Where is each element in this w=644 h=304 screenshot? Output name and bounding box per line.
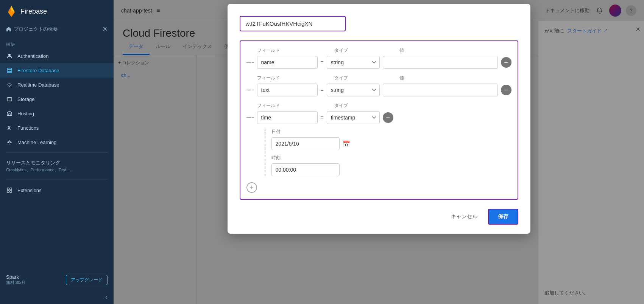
sidebar-item-label: Storage <box>17 96 35 102</box>
spark-label: Spark <box>6 274 25 280</box>
sidebar-divider <box>6 152 108 153</box>
sidebar-item-label: Machine Learning <box>17 140 56 145</box>
sidebar-item-label: Firestore Database <box>17 68 59 73</box>
field-name-input-2[interactable] <box>257 84 318 96</box>
field-row-name: フィールド タイプ 値 = string number boolean <box>246 47 511 69</box>
field-inputs-row1: = string number boolean map array null t… <box>246 56 511 69</box>
wifi-icon <box>6 81 13 88</box>
svg-rect-11 <box>7 188 9 190</box>
field-header-value2: 値 <box>399 75 404 81</box>
document-id[interactable]: wJ2TFuKOusIHKVHcigXN <box>240 16 346 31</box>
storage-icon <box>6 96 13 102</box>
database-icon <box>6 67 13 74</box>
field-row-text: フィールド タイプ 値 = string number boolean <box>246 75 511 96</box>
home-icon <box>6 26 11 32</box>
sidebar-item-label: Extensions <box>17 188 42 193</box>
field-type-select-2[interactable]: string number boolean map array null tim… <box>327 84 380 96</box>
functions-icon <box>6 124 13 131</box>
sidebar-bottom: Spark 無料 $0/月 アップグレード <box>0 270 114 290</box>
svg-rect-7 <box>7 71 12 73</box>
remove-field-button-1[interactable]: − <box>501 57 511 68</box>
eq-sign-1: = <box>321 59 324 65</box>
field-name-input-1[interactable] <box>257 56 318 69</box>
calendar-icon[interactable]: 📅 <box>343 140 350 147</box>
field-dashes-3 <box>246 117 254 118</box>
svg-rect-13 <box>7 191 9 192</box>
field-header-type1: タイプ <box>334 47 387 54</box>
eq-sign-3: = <box>321 115 324 121</box>
sidebar-item-extensions[interactable]: Extensions <box>0 183 114 197</box>
sidebar-item-realtime[interactable]: Realtime Database <box>0 78 114 92</box>
timestamp-fields: 日付 📅 時刻 <box>265 129 511 176</box>
field-labels-row3: フィールド タイプ <box>246 102 511 109</box>
sidebar-releases[interactable]: リリースとモニタリング Crashlytics、Performance、Test… <box>0 156 114 177</box>
modal-overlay[interactable]: wJ2TFuKOusIHKVHcigXN フィールド タイプ 値 <box>114 0 644 304</box>
time-label: 時刻 <box>271 155 511 161</box>
date-input[interactable] <box>271 137 340 150</box>
sidebar-item-storage[interactable]: Storage <box>0 92 114 106</box>
field-header-field2: フィールド <box>257 75 318 81</box>
sidebar-item-label: Functions <box>17 125 39 131</box>
svg-rect-5 <box>7 68 12 70</box>
svg-rect-12 <box>10 188 12 190</box>
upgrade-button[interactable]: アップグレード <box>66 275 108 285</box>
remove-field-button-3[interactable]: − <box>383 112 393 123</box>
extensions-icon <box>6 187 13 194</box>
sidebar-item-hosting[interactable]: Hosting <box>0 106 114 121</box>
svg-rect-14 <box>10 191 12 192</box>
time-group: 時刻 <box>271 155 511 176</box>
save-button[interactable]: 保存 <box>488 209 518 225</box>
ml-icon <box>6 139 13 146</box>
sidebar-item-label: Hosting <box>17 111 34 116</box>
sidebar-collapse[interactable]: ‹ <box>0 290 114 304</box>
sidebar-divider2 <box>6 180 108 180</box>
field-header-type3: タイプ <box>334 102 387 109</box>
spark-section: Spark 無料 $0/月 アップグレード <box>6 274 108 285</box>
settings-icon[interactable] <box>102 26 108 32</box>
date-label: 日付 <box>271 129 511 135</box>
svg-point-10 <box>9 141 11 143</box>
field-value-input-2[interactable] <box>383 84 498 96</box>
firebase-logo-icon <box>6 5 17 17</box>
spark-sub: 無料 $0/月 <box>6 280 25 285</box>
field-row-time: フィールド タイプ = string number boolean map <box>246 102 511 176</box>
field-dashes-1 <box>246 62 254 63</box>
svg-point-4 <box>8 54 11 56</box>
sidebar-app-name: Firebase <box>20 8 47 16</box>
project-name: プロジェクトの概要 <box>14 26 58 33</box>
spark-info: Spark 無料 $0/月 <box>6 274 25 285</box>
sidebar-project[interactable]: プロジェクトの概要 <box>0 23 114 37</box>
field-dashes-2 <box>246 90 254 90</box>
collapse-button[interactable]: ‹ <box>105 293 108 301</box>
date-group: 日付 📅 <box>271 129 511 150</box>
sidebar-item-label: Authentication <box>17 53 48 59</box>
sidebar-item-functions[interactable]: Functions <box>0 121 114 135</box>
remove-field-button-2[interactable]: − <box>501 85 511 95</box>
releases-sub: Crashlytics、Performance、Test ... <box>6 167 108 173</box>
field-header-type2: タイプ <box>334 75 387 81</box>
add-field-button[interactable]: + <box>246 182 257 193</box>
field-type-select-3[interactable]: string number boolean map array null tim… <box>327 111 380 124</box>
sidebar: Firebase プロジェクトの概要 構築 Authentication Fir… <box>0 0 114 304</box>
section-build-label: 構築 <box>0 37 114 49</box>
date-input-wrap: 📅 <box>271 137 511 150</box>
time-input[interactable] <box>271 163 340 176</box>
sidebar-item-label: Realtime Database <box>17 82 59 88</box>
field-labels-row1: フィールド タイプ 値 <box>246 47 511 54</box>
svg-rect-6 <box>7 70 12 71</box>
field-type-select-1[interactable]: string number boolean map array null tim… <box>327 56 380 69</box>
sidebar-item-ml[interactable]: Machine Learning <box>0 135 114 149</box>
field-header-field3: フィールド <box>257 102 318 109</box>
field-value-input-1[interactable] <box>383 56 498 69</box>
field-header-value1: 値 <box>399 47 404 54</box>
dialog-footer: キャンセル 保存 <box>240 209 518 225</box>
svg-rect-8 <box>7 98 12 101</box>
svg-point-3 <box>104 28 106 30</box>
sidebar-item-authentication[interactable]: Authentication <box>0 49 114 63</box>
sidebar-item-firestore[interactable]: Firestore Database <box>0 63 114 78</box>
field-name-input-3[interactable] <box>257 111 318 124</box>
person-icon <box>6 53 13 59</box>
fields-container: フィールド タイプ 値 = string number boolean <box>240 40 518 200</box>
cancel-button[interactable]: キャンセル <box>446 210 482 223</box>
edit-document-dialog: wJ2TFuKOusIHKVHcigXN フィールド タイプ 値 <box>228 4 530 234</box>
